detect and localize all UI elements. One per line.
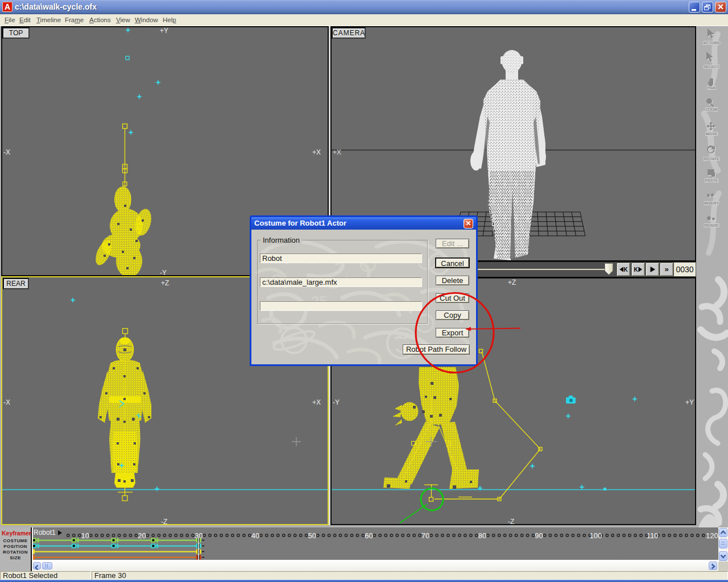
svg-text:-X: -X [3, 398, 10, 406]
svg-text:SELECT: SELECT [704, 65, 719, 69]
svg-text:-Z: -Z [508, 518, 514, 524]
svg-text:+Y: +Y [160, 27, 168, 35]
svg-text:10: 10 [81, 531, 89, 540]
svg-text:100: 100 [589, 531, 602, 540]
svg-text:80: 80 [478, 531, 486, 540]
svg-text:MOVE: MOVE [706, 132, 718, 136]
svg-text:-Y: -Y [333, 398, 340, 406]
svg-text:-Y: -Y [160, 269, 167, 275]
svg-text:70: 70 [421, 531, 429, 540]
svg-text:-X: -X [3, 148, 10, 156]
svg-text:ZOOM: ZOOM [706, 107, 718, 111]
svg-text:120: 120 [706, 531, 718, 540]
svg-text:ACTORS: ACTORS [703, 41, 720, 45]
svg-text:110: 110 [647, 531, 659, 540]
svg-text:+Z: +Z [161, 279, 169, 287]
svg-text:K: K [624, 267, 628, 273]
svg-text:RESIZE: RESIZE [704, 223, 719, 227]
svg-text:60: 60 [365, 531, 373, 540]
svg-text:20: 20 [138, 531, 146, 540]
svg-text:+X: +X [312, 148, 321, 156]
svg-text:50: 50 [308, 531, 316, 540]
svg-text:PASTE: PASTE [705, 178, 718, 182]
svg-text:+X: +X [333, 148, 341, 156]
svg-text:90: 90 [535, 531, 543, 540]
svg-text:Robot1: Robot1 [34, 529, 56, 537]
svg-text:K: K [634, 267, 639, 273]
svg-text:INSERT: INSERT [704, 201, 719, 205]
svg-text:-Z: -Z [161, 518, 167, 524]
svg-text:ROTATE: ROTATE [704, 157, 719, 161]
svg-text:+X: +X [312, 398, 321, 406]
svg-text:+Y: +Y [685, 398, 694, 406]
svg-text:40: 40 [251, 531, 259, 540]
